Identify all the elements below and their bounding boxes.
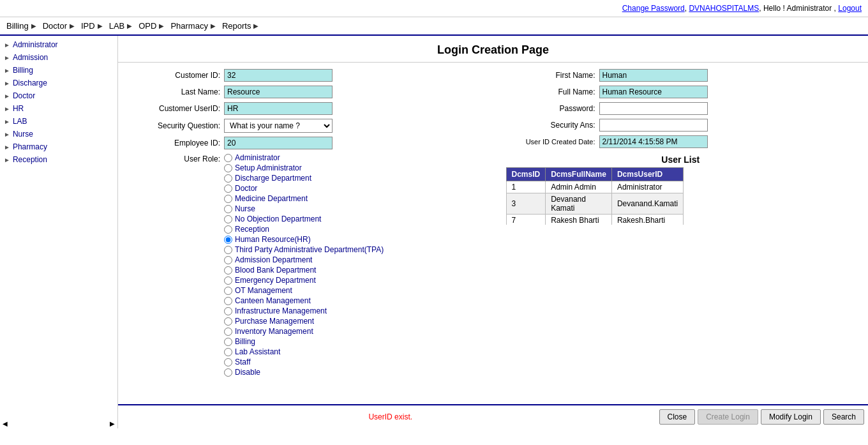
role-radio-nurse[interactable]	[224, 205, 232, 213]
role-radio-hr[interactable]	[224, 236, 232, 244]
sidebar-item-billing[interactable]: ► Billing	[0, 64, 117, 77]
role-item-setup_admin[interactable]: Setup Administrator	[224, 163, 384, 172]
role-radio-blood_bank[interactable]	[224, 266, 232, 275]
right-form: First Name: Full Name: Password: Securit…	[493, 69, 856, 398]
change-password-link[interactable]: Change Password	[622, 4, 685, 13]
role-radio-disable[interactable]	[224, 368, 232, 377]
modify-login-button[interactable]: Modify Login	[761, 409, 821, 425]
role-item-discharge[interactable]: Discharge Department	[224, 174, 384, 183]
table-row[interactable]: 7Rakesh BhartiRakesh.Bharti	[506, 215, 684, 225]
nav-pharmacy[interactable]: Pharmacy ▶	[170, 21, 216, 31]
role-item-purchase[interactable]: Purchase Management	[224, 317, 384, 326]
role-item-admission[interactable]: Admission Department	[224, 255, 384, 264]
password-input[interactable]	[599, 102, 708, 115]
table-row[interactable]: 3Devanand KamatiDevanand.Kamati	[506, 193, 684, 215]
security-ans-label: Security Ans:	[506, 121, 595, 130]
role-radio-administrator[interactable]	[224, 154, 232, 162]
role-item-nurse[interactable]: Nurse	[224, 204, 384, 213]
role-radio-reception[interactable]	[224, 225, 232, 234]
customer-userid-input[interactable]	[224, 102, 333, 115]
role-item-tpa[interactable]: Third Party Administrative Department(TP…	[224, 245, 384, 254]
role-radio-no_objection[interactable]	[224, 215, 232, 223]
role-radio-lab_assistant[interactable]	[224, 348, 232, 356]
employee-id-label: Employee ID:	[131, 139, 220, 147]
user-table-wrapper[interactable]: DcmsID DcmsFullName DcmsUserID 1Admin Ad…	[506, 167, 856, 225]
cell-user_id: Administrator	[611, 181, 683, 193]
role-item-ot[interactable]: OT Management	[224, 286, 384, 295]
role-radio-doctor[interactable]	[224, 185, 232, 193]
role-item-staff[interactable]: Staff	[224, 358, 384, 366]
sidebar-item-nurse[interactable]: ► Nurse	[0, 128, 117, 140]
main-layout: ► Administrator ► Admission ► Billing ► …	[0, 36, 868, 428]
role-radio-purchase[interactable]	[224, 317, 232, 326]
security-ans-input[interactable]	[599, 119, 708, 132]
hospital-link[interactable]: DVNAHOSPITALMS	[689, 4, 759, 13]
sidebar-scroll-left[interactable]: ◀	[0, 419, 10, 428]
cell-id: 3	[506, 193, 546, 215]
customer-id-input[interactable]	[224, 69, 333, 82]
role-item-inventory[interactable]: Inventory Management	[224, 327, 384, 336]
sidebar-item-reception[interactable]: ► Reception	[0, 153, 117, 166]
sidebar-item-admission[interactable]: ► Admission	[0, 51, 117, 64]
nav-reports[interactable]: Reports ▶	[222, 21, 259, 31]
role-item-infrastructure[interactable]: Infrastructure Management	[224, 306, 384, 315]
role-item-doctor[interactable]: Doctor	[224, 184, 384, 193]
role-radio-canteen[interactable]	[224, 297, 232, 305]
role-radio-emergency[interactable]	[224, 276, 232, 285]
sidebar-item-discharge[interactable]: ► Discharge	[0, 77, 117, 89]
user-role-row: User Role: AdministratorSetup Administra…	[131, 153, 481, 377]
role-radio-billing[interactable]	[224, 338, 232, 346]
sidebar-arrow-administrator: ►	[4, 41, 10, 49]
sidebar-item-doctor[interactable]: ► Doctor	[0, 89, 117, 102]
sidebar-item-hr[interactable]: ► HR	[0, 102, 117, 115]
nav-lab-arrow: ▶	[127, 22, 132, 29]
role-radio-setup_admin[interactable]	[224, 164, 232, 172]
bottom-bar: UserID exist. Close Create Login Modify …	[118, 404, 868, 428]
role-radio-discharge[interactable]	[224, 174, 232, 183]
table-row[interactable]: 1Admin AdminAdministrator	[506, 181, 684, 193]
role-item-disable[interactable]: Disable	[224, 368, 384, 377]
role-item-blood_bank[interactable]: Blood Bank Department	[224, 266, 384, 275]
nav-ipd[interactable]: IPD ▶	[81, 21, 103, 31]
sidebar-arrow-hr: ►	[4, 105, 10, 112]
role-radio-inventory[interactable]	[224, 328, 232, 336]
close-button[interactable]: Close	[659, 409, 696, 425]
role-label-canteen: Canteen Management	[235, 296, 311, 305]
role-item-canteen[interactable]: Canteen Management	[224, 296, 384, 305]
sidebar-item-lab[interactable]: ► LAB	[0, 115, 117, 128]
nav-lab[interactable]: LAB ▶	[109, 21, 133, 31]
role-item-medicine[interactable]: Medicine Department	[224, 194, 384, 203]
sidebar-item-pharmacy[interactable]: ► Pharmacy	[0, 140, 117, 153]
user-id-created-input[interactable]	[599, 135, 708, 148]
sidebar-item-administrator[interactable]: ► Administrator	[0, 38, 117, 51]
sidebar: ► Administrator ► Admission ► Billing ► …	[0, 36, 118, 428]
first-name-input[interactable]	[599, 69, 708, 82]
role-item-administrator[interactable]: Administrator	[224, 153, 384, 162]
sidebar-scroll-right[interactable]: ▶	[107, 419, 117, 428]
security-question-select[interactable]: What is your name ?	[224, 119, 333, 133]
search-button[interactable]: Search	[823, 409, 864, 425]
role-radio-infrastructure[interactable]	[224, 307, 232, 315]
employee-id-input[interactable]	[224, 137, 333, 149]
role-radio-ot[interactable]	[224, 287, 232, 295]
last-name-row: Last Name:	[131, 86, 481, 98]
role-item-emergency[interactable]: Emergency Department	[224, 276, 384, 285]
logout-link[interactable]: Logout	[838, 4, 862, 13]
role-radio-tpa[interactable]	[224, 246, 232, 254]
role-item-lab_assistant[interactable]: Lab Assistant	[224, 347, 384, 356]
role-label-hr: Human Resource(HR)	[235, 235, 311, 244]
role-item-hr[interactable]: Human Resource(HR)	[224, 235, 384, 244]
nav-opd[interactable]: OPD ▶	[138, 21, 164, 31]
last-name-input[interactable]	[224, 86, 333, 98]
sidebar-arrow-pharmacy: ►	[4, 144, 10, 151]
role-radio-admission[interactable]	[224, 256, 232, 264]
role-item-no_objection[interactable]: No Objection Department	[224, 215, 384, 223]
role-item-reception[interactable]: Reception	[224, 225, 384, 234]
nav-billing[interactable]: Billing ▶	[6, 21, 36, 31]
role-item-billing[interactable]: Billing	[224, 337, 384, 346]
role-radio-staff[interactable]	[224, 358, 232, 366]
role-radio-medicine[interactable]	[224, 195, 232, 203]
nav-doctor[interactable]: Doctor ▶	[43, 21, 75, 31]
full-name-input[interactable]	[599, 86, 708, 98]
nav-bar: Billing ▶ Doctor ▶ IPD ▶ LAB ▶ OPD ▶ Pha…	[0, 17, 868, 36]
